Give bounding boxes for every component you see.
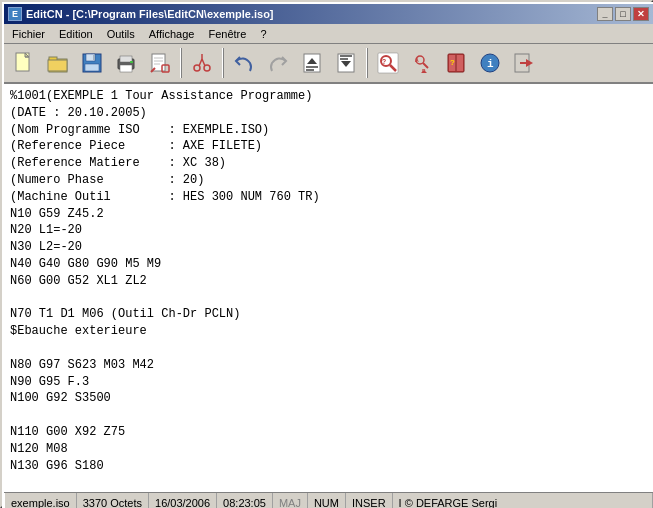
toolbar: ? A B ? i: [4, 44, 653, 84]
cut-button[interactable]: [186, 47, 218, 79]
status-size: 3370 Octets: [77, 493, 149, 508]
window-title: EditCN - [C:\Program Files\EditCN\exempl…: [26, 8, 274, 20]
redo-button[interactable]: [262, 47, 294, 79]
status-time: 08:23:05: [217, 493, 273, 508]
app-icon: E: [8, 7, 22, 21]
svg-text:?: ?: [382, 58, 386, 66]
svg-rect-8: [85, 64, 99, 71]
svg-rect-9: [93, 55, 95, 60]
help-book-button[interactable]: ?: [440, 47, 472, 79]
preview-button[interactable]: [144, 47, 176, 79]
menu-outils[interactable]: Outils: [101, 25, 141, 43]
new-button[interactable]: [8, 47, 40, 79]
menu-fenetre[interactable]: Fenêtre: [202, 25, 252, 43]
status-filename: exemple.iso: [4, 493, 77, 508]
svg-text:?: ?: [450, 58, 455, 67]
pageup-button[interactable]: [296, 47, 328, 79]
svg-line-22: [199, 59, 202, 66]
status-maj: MAJ: [273, 493, 308, 508]
menu-help[interactable]: ?: [254, 25, 272, 43]
print-button[interactable]: [110, 47, 142, 79]
main-area: %1001(EXEMPLE 1 Tour Assistance Programm…: [4, 84, 653, 492]
open-button[interactable]: [42, 47, 74, 79]
svg-text:i: i: [487, 58, 494, 70]
menu-edition[interactable]: Edition: [53, 25, 99, 43]
toolbar-separator-3: [366, 48, 368, 78]
undo-button[interactable]: [228, 47, 260, 79]
menu-affichage[interactable]: Affichage: [143, 25, 201, 43]
svg-rect-12: [120, 65, 132, 72]
window-controls: _ □ ✕: [597, 7, 649, 21]
exit-button[interactable]: [508, 47, 540, 79]
menu-bar: Fichier Edition Outils Affichage Fenêtre…: [4, 24, 653, 44]
menu-fichier[interactable]: Fichier: [6, 25, 51, 43]
status-num: NUM: [308, 493, 346, 508]
title-bar: E EditCN - [C:\Program Files\EditCN\exem…: [4, 4, 653, 24]
status-bar: exemple.iso 3370 Octets 16/03/2006 08:23…: [4, 492, 653, 508]
pagedown-button[interactable]: [330, 47, 362, 79]
info-button[interactable]: i: [474, 47, 506, 79]
maximize-button[interactable]: □: [615, 7, 631, 21]
save-button[interactable]: [76, 47, 108, 79]
svg-line-23: [202, 59, 205, 66]
editor-area[interactable]: %1001(EXEMPLE 1 Tour Assistance Programm…: [4, 84, 653, 492]
svg-text:A: A: [415, 57, 419, 64]
toolbar-separator-2: [222, 48, 224, 78]
status-inser: INSER: [346, 493, 393, 508]
svg-rect-5: [48, 60, 67, 71]
close-button[interactable]: ✕: [633, 7, 649, 21]
minimize-button[interactable]: _: [597, 7, 613, 21]
toolbar-separator-1: [180, 48, 182, 78]
status-date: 16/03/2006: [149, 493, 217, 508]
svg-rect-13: [130, 61, 133, 63]
status-copyright: I © DEFARGE Sergi: [393, 493, 653, 508]
replace-button[interactable]: A B: [406, 47, 438, 79]
find-button[interactable]: ?: [372, 47, 404, 79]
